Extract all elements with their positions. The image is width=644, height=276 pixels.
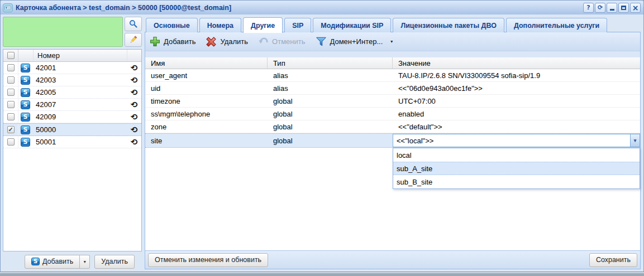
tab-Номера[interactable]: Номера xyxy=(199,18,241,32)
subscriber-checkbox-cell xyxy=(3,86,18,98)
subscriber-number: 50001 xyxy=(36,138,56,146)
delete-subscriber-label: Удалить xyxy=(101,258,128,265)
toolbar-filter-label: Домен+Интер... xyxy=(330,37,383,46)
window-controls: ? ⟳ × xyxy=(583,3,641,13)
tab-Основные[interactable]: Основные xyxy=(146,18,198,32)
history-icon[interactable]: ⟲ xyxy=(127,88,141,98)
tab-Лицензионные пакеты ДВО[interactable]: Лицензионные пакеты ДВО xyxy=(393,18,504,32)
property-value: TAU-8.IP/2.6.8 SN/VI33009554 sofia-sip/1… xyxy=(393,69,640,81)
subscriber-row[interactable]: ✓S50000⟲ xyxy=(3,123,141,136)
subscriber-row[interactable]: S42005⟲ xyxy=(3,86,141,99)
subscriber-checkbox[interactable] xyxy=(7,101,15,108)
subscriber-list-panel: Номер S42001⟲S42003⟲S42005⟲S42007⟲S42009… xyxy=(3,17,142,269)
edit-button[interactable] xyxy=(125,33,142,47)
history-icon[interactable]: ⟲ xyxy=(127,75,141,85)
cancel-changes-button[interactable]: Отменить изменения и обновить xyxy=(148,253,268,267)
property-row[interactable]: zoneglobal<<"default">> xyxy=(145,120,640,133)
history-icon[interactable]: ⟲ xyxy=(127,137,141,147)
toolbar-filter-button[interactable]: Домен+Интер... ▾ xyxy=(316,36,393,47)
property-type: global xyxy=(268,95,393,107)
filter-menu-arrow-icon[interactable]: ▾ xyxy=(390,39,393,44)
add-subscriber-label: Добавить xyxy=(42,258,73,265)
dropdown-option-local[interactable]: local xyxy=(393,148,640,162)
tab-Другие[interactable]: Другие xyxy=(243,17,283,33)
add-subscriber-button[interactable]: S Добавить xyxy=(25,255,80,269)
property-type: alias xyxy=(268,82,393,94)
select-all-checkbox[interactable] xyxy=(7,52,15,59)
search-area-buttons xyxy=(125,17,142,47)
subscriber-list-header[interactable]: Номер xyxy=(3,50,141,62)
property-row[interactable]: timezoneglobalUTC+07:00 xyxy=(145,95,640,108)
domain-search-box[interactable] xyxy=(3,17,123,47)
subscriber-checkbox-cell xyxy=(3,111,18,123)
toolbar-add-label: Добавить xyxy=(164,37,195,46)
property-row[interactable]: uidalias<<"06d0e943a00ec1fe">> xyxy=(145,82,640,95)
close-icon: × xyxy=(632,4,639,12)
chevron-down-icon: ▾ xyxy=(634,138,637,143)
property-row[interactable]: siteglobal<<"local">>▾ xyxy=(145,133,640,148)
sip-subscriber-icon: S xyxy=(21,100,30,109)
subscriber-number: 42005 xyxy=(36,88,56,96)
toolbar-delete-button[interactable]: Удалить xyxy=(206,36,248,47)
history-icon[interactable]: ⟲ xyxy=(127,125,141,135)
history-icon[interactable]: ⟲ xyxy=(127,63,141,73)
property-value: <<"default">> xyxy=(393,120,640,133)
number-column-header[interactable]: Номер xyxy=(34,51,127,60)
value-combobox[interactable]: <<"local">>▾ xyxy=(393,134,640,147)
help-button[interactable]: ? xyxy=(583,3,594,13)
history-icon[interactable]: ⟲ xyxy=(127,100,141,110)
subscriber-number: 42009 xyxy=(36,113,56,121)
combobox-dropdown-trigger[interactable]: ▾ xyxy=(630,134,640,147)
history-icon[interactable]: ⟲ xyxy=(127,112,141,122)
page-behind-strip xyxy=(0,272,644,276)
minimize-button[interactable] xyxy=(607,3,617,13)
tab-SIP[interactable]: SIP xyxy=(284,18,311,32)
panel-footer: Отменить изменения и обновить Сохранить xyxy=(145,250,640,269)
sip-subscriber-icon: S xyxy=(21,125,30,134)
dropdown-option-sub_B_site[interactable]: sub_B_site xyxy=(393,175,640,188)
dropdown-option-sub_A_site[interactable]: sub_A_site xyxy=(393,162,640,175)
sip-subscriber-icon: S xyxy=(21,138,30,147)
search-icon xyxy=(128,19,138,28)
subscriber-row[interactable]: S50001⟲ xyxy=(3,136,141,148)
column-header-name[interactable]: Имя xyxy=(145,57,268,69)
subscriber-row[interactable]: S42007⟲ xyxy=(3,99,141,111)
properties-toolbar: Добавить Удалить xyxy=(145,32,640,51)
sip-subscriber-icon: S xyxy=(31,258,40,265)
column-header-type[interactable]: Тип xyxy=(268,57,393,69)
save-button[interactable]: Сохранить xyxy=(589,253,637,267)
property-row[interactable]: ss\mgm\telephoneglobalenabled xyxy=(145,108,640,120)
property-name: user_agent xyxy=(145,69,268,81)
subscriber-checkbox[interactable] xyxy=(7,113,15,120)
subscriber-checkbox-cell: ✓ xyxy=(3,124,18,135)
subscriber-row[interactable]: S42003⟲ xyxy=(3,74,141,86)
select-all-cell xyxy=(3,50,18,61)
property-type: alias xyxy=(268,69,393,81)
search-button[interactable] xyxy=(125,17,142,31)
properties-panel: Добавить Удалить xyxy=(145,32,641,269)
pencil-icon xyxy=(128,35,138,45)
property-row[interactable]: user_agentaliasTAU-8.IP/2.6.8 SN/VI33009… xyxy=(145,69,640,82)
column-header-value[interactable]: Значение xyxy=(393,57,640,69)
delete-subscriber-button[interactable]: Удалить xyxy=(94,255,135,269)
subscriber-checkbox[interactable] xyxy=(7,89,15,96)
grid-header[interactable]: Имя Тип Значение xyxy=(145,57,640,69)
tab-Дополнительные услуги[interactable]: Дополнительные услуги xyxy=(506,18,607,32)
subscriber-row[interactable]: S42009⟲ xyxy=(3,111,141,123)
toolbar-spacer xyxy=(145,51,640,57)
subscriber-row[interactable]: S42001⟲ xyxy=(3,62,141,74)
subscriber-checkbox[interactable] xyxy=(7,64,15,71)
subscriber-number: 42001 xyxy=(36,64,56,72)
toolbar-add-button[interactable]: Добавить xyxy=(150,36,195,47)
add-subscriber-menu-arrow[interactable]: ▾ xyxy=(80,255,90,269)
subscriber-checkbox[interactable] xyxy=(7,138,15,146)
subscriber-checkbox[interactable] xyxy=(7,76,15,84)
window-titlebar[interactable]: Карточка абонента > test_domain > 50000 … xyxy=(1,1,643,14)
refresh-button[interactable]: ⟳ xyxy=(595,3,605,13)
subscriber-number: 42003 xyxy=(36,76,56,84)
close-button[interactable]: × xyxy=(630,3,641,13)
maximize-button[interactable] xyxy=(618,3,629,13)
window-title: Карточка абонента > test_domain > 50000 … xyxy=(16,4,231,12)
tab-Модификации SIP[interactable]: Модификации SIP xyxy=(313,18,391,32)
subscriber-checkbox[interactable]: ✓ xyxy=(7,126,15,133)
